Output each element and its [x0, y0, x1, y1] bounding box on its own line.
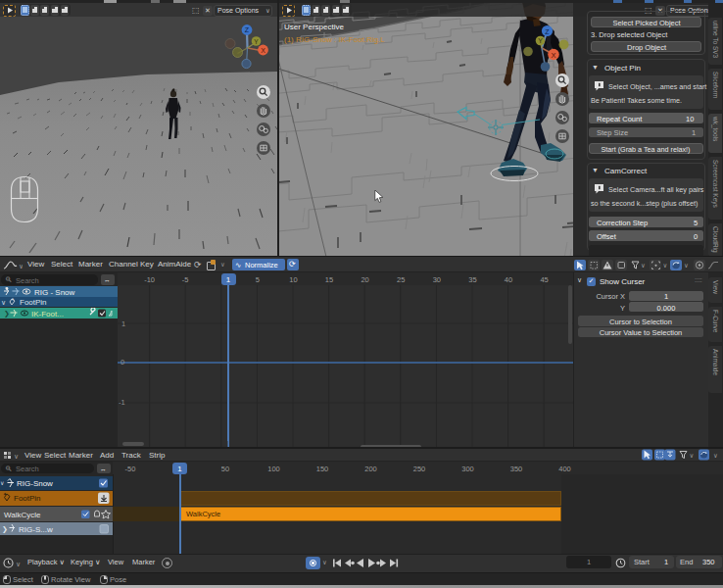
svg-text:∨: ∨	[713, 452, 718, 459]
svg-text:IK-Foot...: IK-Foot...	[31, 309, 64, 318]
svg-text:✦: ✦	[3, 491, 7, 497]
svg-text:RIG-Snow: RIG-Snow	[17, 479, 53, 488]
svg-text:∨: ∨	[690, 452, 695, 459]
svg-text:∨: ∨	[0, 480, 4, 486]
svg-text:∨: ∨	[663, 262, 668, 269]
svg-text:∨: ∨	[16, 561, 21, 567]
svg-text:∨: ∨	[1, 299, 6, 306]
svg-text:FootPin: FootPin	[20, 298, 47, 307]
svg-text:WalkCycle: WalkCycle	[4, 510, 41, 518]
svg-text:Y: Y	[538, 37, 543, 44]
svg-text:X: X	[261, 47, 265, 54]
svg-text:∨: ∨	[14, 453, 19, 460]
svg-text:✦: ✦	[11, 297, 15, 302]
svg-text:Z: Z	[245, 26, 250, 33]
svg-text:RIG-S...w: RIG-S...w	[19, 525, 53, 534]
svg-text:❯: ❯	[2, 525, 8, 533]
svg-text:RIG - Snow: RIG - Snow	[34, 288, 75, 297]
svg-text:❯: ❯	[4, 310, 10, 318]
svg-text:FootPin: FootPin	[14, 494, 41, 503]
svg-text:∨: ∨	[684, 262, 689, 269]
svg-text:X: X	[551, 51, 555, 60]
svg-text:∨: ∨	[19, 263, 23, 270]
svg-text:Y: Y	[254, 38, 259, 45]
svg-text:Z: Z	[545, 28, 550, 35]
svg-text:∨: ∨	[641, 262, 646, 269]
